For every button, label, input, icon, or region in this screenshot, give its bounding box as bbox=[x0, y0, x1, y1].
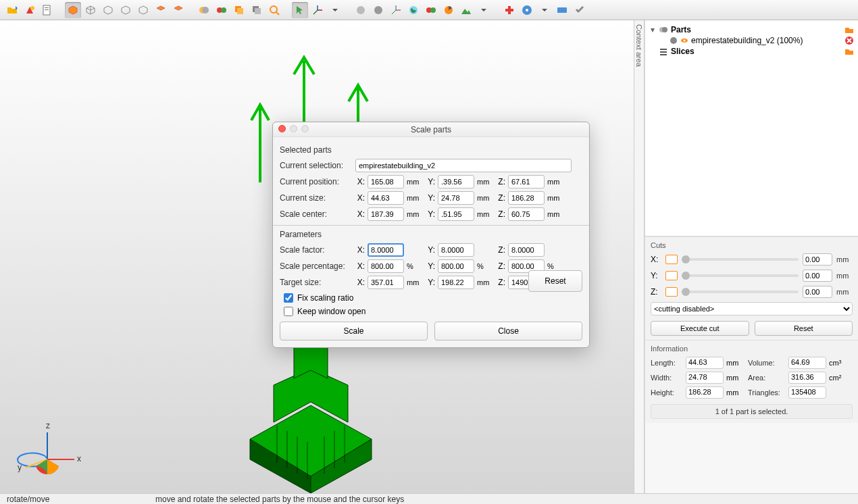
view-front-icon[interactable] bbox=[82, 2, 99, 18]
check-icon[interactable] bbox=[572, 2, 588, 18]
dropdown3-icon[interactable] bbox=[536, 2, 553, 18]
execute-cut-button[interactable]: Execute cut bbox=[651, 321, 749, 336]
dialog-title: Scale parts bbox=[411, 125, 451, 134]
cut-toggle-z[interactable] bbox=[665, 287, 678, 297]
svg-point-13 bbox=[270, 6, 277, 13]
zoom-icon[interactable] bbox=[266, 2, 282, 18]
view-bottom-icon[interactable] bbox=[170, 2, 186, 18]
keep-open-checkbox[interactable] bbox=[284, 307, 293, 316]
side-panel: ▾ Parts empirestatebuilding_v2 (100%) Sl… bbox=[645, 20, 858, 493]
tree-item-empirestate[interactable]: empirestatebuilding_v2 (100%) bbox=[649, 35, 854, 46]
cut-value-x[interactable] bbox=[803, 253, 832, 266]
axis-gizmo-icon[interactable] bbox=[309, 2, 326, 18]
cut-value-y[interactable] bbox=[803, 270, 832, 282]
layers2-icon[interactable] bbox=[249, 2, 265, 18]
mountain-icon[interactable] bbox=[458, 2, 474, 18]
svg-rect-4 bbox=[45, 9, 49, 10]
axis2-icon[interactable] bbox=[388, 2, 404, 18]
info-area-value: 316.36 bbox=[788, 372, 826, 384]
pos-x-input[interactable] bbox=[368, 175, 404, 188]
tree-parts-root[interactable]: ▾ Parts bbox=[649, 24, 854, 35]
folder-icon[interactable] bbox=[844, 25, 854, 34]
close-button[interactable]: Close bbox=[434, 322, 582, 341]
center-z-input[interactable] bbox=[508, 207, 545, 221]
plus-icon[interactable] bbox=[501, 2, 518, 18]
tree-slices-label: Slices bbox=[671, 47, 842, 56]
reset-button[interactable]: Reset bbox=[528, 270, 582, 292]
slices-icon bbox=[659, 47, 668, 56]
info-height-value: 186.28 bbox=[686, 386, 724, 399]
cut-slider-z[interactable] bbox=[682, 291, 799, 293]
close-icon[interactable] bbox=[278, 125, 286, 132]
context-area-handle[interactable]: Context area bbox=[634, 20, 645, 493]
svg-point-18 bbox=[357, 6, 365, 14]
view-right-icon[interactable] bbox=[135, 2, 151, 18]
fix-ratio-checkbox[interactable] bbox=[284, 293, 293, 303]
current-selection-input[interactable] bbox=[355, 159, 572, 172]
size-z-input[interactable] bbox=[508, 191, 545, 205]
dropdown-icon[interactable] bbox=[327, 2, 343, 18]
size-y-input[interactable] bbox=[438, 191, 474, 205]
center-x-input[interactable] bbox=[368, 207, 404, 221]
tree-parts-label: Parts bbox=[671, 25, 842, 34]
info-length-value: 44.63 bbox=[686, 357, 724, 369]
folder2-icon[interactable] bbox=[844, 47, 854, 56]
cut-toggle-x[interactable] bbox=[665, 255, 678, 264]
svg-rect-29 bbox=[557, 7, 567, 13]
open-icon[interactable] bbox=[4, 2, 20, 18]
visibility-icon[interactable] bbox=[680, 36, 688, 45]
target-x-input[interactable] bbox=[368, 276, 404, 289]
select-arrow-icon[interactable] bbox=[292, 2, 308, 18]
status-hint: move and rotate the selected parts by th… bbox=[155, 495, 404, 504]
dropdown2-icon[interactable] bbox=[476, 2, 492, 18]
axis-indicator-icon: z x y bbox=[7, 412, 88, 480]
pos-z-input[interactable] bbox=[508, 175, 545, 188]
view-left-icon[interactable] bbox=[118, 2, 134, 18]
view-iso1-icon[interactable] bbox=[65, 2, 81, 18]
pos-y-input[interactable] bbox=[438, 175, 474, 188]
document-icon[interactable] bbox=[39, 2, 55, 18]
cut-reset-button[interactable]: Reset bbox=[755, 321, 853, 336]
size-x-input[interactable] bbox=[368, 191, 404, 205]
svg-rect-48 bbox=[660, 49, 667, 50]
cut-toggle-y[interactable] bbox=[665, 271, 678, 280]
render-shaded-icon[interactable] bbox=[196, 2, 212, 18]
minimize-icon[interactable] bbox=[290, 125, 297, 132]
remove-icon[interactable] bbox=[844, 36, 854, 45]
cut-value-z[interactable] bbox=[803, 286, 832, 298]
dialog-titlebar[interactable]: Scale parts bbox=[273, 122, 589, 137]
factor-x-input[interactable] bbox=[368, 243, 404, 257]
pct-x-input[interactable] bbox=[368, 259, 404, 273]
tree-slices-root[interactable]: Slices bbox=[649, 46, 854, 57]
view-back-icon[interactable] bbox=[100, 2, 116, 18]
cut-slider-x[interactable] bbox=[682, 258, 799, 261]
pie-icon[interactable] bbox=[440, 2, 457, 18]
view-top-icon[interactable] bbox=[153, 2, 169, 18]
maximize-icon[interactable] bbox=[301, 125, 309, 132]
cut-row-x: X: mm bbox=[651, 253, 853, 266]
scale-button[interactable]: Scale bbox=[280, 322, 428, 341]
keyboard-icon[interactable] bbox=[554, 2, 570, 18]
factor-z-input[interactable] bbox=[508, 243, 545, 257]
render-multi-icon[interactable] bbox=[213, 2, 230, 18]
center-y-input[interactable] bbox=[438, 207, 474, 221]
info-title: Information bbox=[651, 345, 853, 353]
sphere-grey-icon[interactable] bbox=[353, 2, 369, 18]
disc-icon[interactable] bbox=[519, 2, 535, 18]
info-panel: Information Length: 44.63 mm Volume: 64.… bbox=[645, 340, 858, 423]
shapes-icon[interactable] bbox=[22, 2, 38, 18]
globe-icon[interactable] bbox=[405, 2, 422, 18]
tree-expander-icon[interactable]: ▾ bbox=[649, 25, 656, 34]
cut-mode-select[interactable]: <cutting disabled> bbox=[651, 302, 853, 316]
parameters-heading: Parameters bbox=[280, 230, 582, 239]
target-y-input[interactable] bbox=[438, 276, 474, 289]
sphere-grey2-icon[interactable] bbox=[370, 2, 386, 18]
svg-point-41 bbox=[662, 27, 667, 32]
cut-slider-y[interactable] bbox=[682, 274, 799, 277]
pct-y-input[interactable] bbox=[438, 259, 474, 273]
factor-y-input[interactable] bbox=[438, 243, 474, 257]
svg-point-1 bbox=[30, 6, 34, 10]
svg-point-8 bbox=[221, 7, 226, 13]
colorballs-icon[interactable] bbox=[423, 2, 439, 18]
layers-icon[interactable] bbox=[231, 2, 247, 18]
